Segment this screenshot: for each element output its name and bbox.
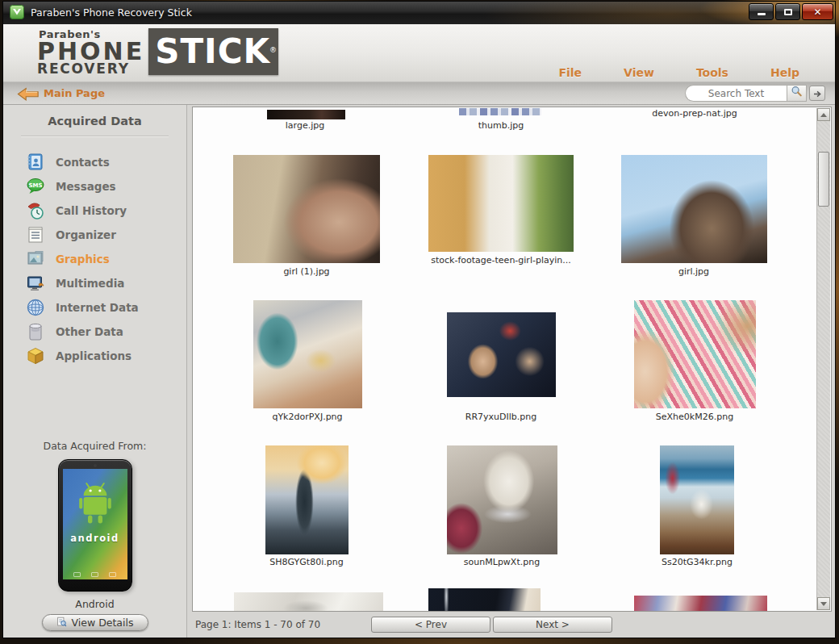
filename-label: large.jpg — [286, 120, 324, 131]
sidebar-item-call-history[interactable]: Call History — [3, 199, 186, 223]
arrow-down-icon — [820, 602, 827, 606]
filename-label: SeXhe0kM26.png — [656, 412, 733, 422]
arrow-up-icon — [820, 113, 827, 117]
organizer-icon — [26, 225, 45, 245]
content-area: large.jpg thumb.jpg devon-prep-nat.jpg g… — [187, 105, 835, 638]
device-heading: Data Acquired From: — [44, 440, 147, 452]
thumbnail-partial-2[interactable] — [428, 588, 541, 612]
sidebar-item-internet-data[interactable]: Internet Data — [3, 295, 186, 320]
logo-stick: STICK® — [148, 28, 278, 75]
window-title: Paraben's Phone Recovery Stick — [31, 2, 192, 24]
search-area — [685, 85, 825, 102]
window-controls: ✕ — [749, 3, 833, 20]
sidebar-header: Acquired Data — [3, 115, 186, 128]
filename-label: sounMLpwXt.png — [464, 557, 540, 567]
contacts-icon — [26, 153, 45, 172]
thumbnail-partial-1[interactable] — [234, 592, 383, 612]
filename-label: qYk2dorPXJ.png — [272, 412, 342, 422]
sidebar-item-messages[interactable]: SMS Messages — [3, 174, 186, 199]
scroll-up-button[interactable] — [817, 108, 830, 121]
maximize-button[interactable] — [775, 3, 800, 20]
menu-file[interactable]: File — [558, 66, 582, 79]
thumbnail-qyk2dorpxj[interactable] — [253, 300, 362, 408]
thumbnail-sounmlpwxt[interactable] — [447, 445, 557, 554]
thumbnail-stock-footage[interactable] — [428, 155, 574, 252]
close-icon: ✕ — [813, 7, 821, 17]
call-history-icon — [26, 201, 45, 220]
thumbnail-large-jpg[interactable] — [267, 110, 345, 119]
close-button[interactable]: ✕ — [802, 3, 833, 20]
back-arrow-icon[interactable] — [17, 86, 40, 105]
android-wordmark: android — [70, 533, 119, 544]
menu-view[interactable]: View — [624, 66, 654, 79]
search-icon — [791, 86, 803, 101]
filename-label: RR7yxuDIlb.png — [465, 412, 536, 422]
filename-label: stock-footage-teen-girl-playin... — [431, 255, 570, 266]
phone-nav-keys — [63, 572, 127, 577]
search-go-button[interactable] — [809, 86, 825, 101]
filename-label: thumb.jpg — [478, 120, 524, 131]
filename-label: Ss20tG34kr.png — [662, 557, 733, 567]
scrollbar-thumb[interactable] — [818, 152, 829, 207]
registered-mark: ® — [269, 30, 278, 70]
maximize-icon — [784, 9, 792, 15]
sidebar-item-contacts[interactable]: Contacts — [3, 150, 186, 174]
thumbnail-partial-3[interactable] — [634, 596, 767, 612]
thumbnail-girl-1-jpg[interactable] — [233, 155, 380, 263]
thumbnail-sexhe0km26[interactable] — [634, 300, 756, 408]
menu-tools[interactable]: Tools — [696, 66, 728, 79]
sidebar-item-multimedia[interactable]: Multimedia — [3, 271, 186, 295]
sidebar-item-other-data[interactable]: Other Data — [3, 320, 186, 344]
filename-label: SH8GYGt80i.png — [269, 557, 343, 567]
sidebar-item-graphics[interactable]: Graphics — [3, 247, 186, 271]
multimedia-icon — [26, 274, 45, 293]
search-input[interactable] — [686, 88, 787, 99]
logo-phone: PHONE — [37, 40, 144, 62]
phone-screen: android — [63, 469, 127, 579]
arrow-right-icon — [813, 86, 822, 101]
gallery-panel: large.jpg thumb.jpg devon-prep-nat.jpg g… — [192, 107, 832, 612]
sidebar-item-applications[interactable]: Applications — [3, 344, 186, 368]
graphics-icon — [26, 249, 45, 269]
device-name: Android — [75, 598, 114, 610]
filename-label: girl.jpg — [678, 266, 709, 277]
device-panel: Data Acquired From: — [3, 440, 186, 638]
thumbnail-sh8gygt80i[interactable] — [265, 445, 349, 554]
menu-help[interactable]: Help — [770, 66, 799, 79]
search-button[interactable] — [787, 85, 807, 102]
view-details-icon — [56, 617, 67, 629]
status-bar: Page 1: Items 1 - 70 of 70 < Prev Next > — [187, 613, 835, 637]
filename-label: girl (1).jpg — [283, 266, 329, 277]
next-button[interactable]: Next > — [493, 617, 612, 633]
minimize-button[interactable] — [749, 3, 774, 20]
svg-text:SMS: SMS — [28, 182, 42, 189]
page-info: Page 1: Items 1 - 70 of 70 — [195, 619, 320, 630]
phone-camera-dot — [94, 464, 97, 467]
sidebar: Acquired Data Contacts SMS Messages — [3, 105, 187, 638]
breadcrumb[interactable]: Main Page — [44, 87, 105, 99]
prev-button[interactable]: < Prev — [371, 617, 490, 633]
divider — [21, 136, 169, 137]
desktop-background: Paraben's Phone Recovery Stick ✕ Paraben… — [0, 0, 839, 644]
vertical-scrollbar[interactable] — [816, 108, 830, 610]
thumbnail-ss20tg34kr[interactable] — [660, 445, 734, 554]
internet-data-icon — [26, 298, 45, 317]
main-area: Acquired Data Contacts SMS Messages — [3, 105, 835, 638]
titlebar[interactable]: Paraben's Phone Recovery Stick ✕ — [3, 2, 835, 24]
android-phone-image: android — [58, 459, 132, 592]
product-logo: Paraben's PHONE RECOVERY STICK® — [37, 28, 278, 75]
pagination-buttons: < Prev Next > — [371, 617, 612, 633]
app-header: Paraben's PHONE RECOVERY STICK® File Vie… — [3, 24, 835, 82]
app-logo-icon — [10, 5, 24, 19]
other-data-icon — [26, 322, 45, 341]
view-details-button[interactable]: View Details — [42, 614, 148, 631]
logo-recovery: RECOVERY — [37, 62, 144, 75]
scroll-down-button[interactable] — [817, 597, 830, 610]
messages-icon: SMS — [26, 177, 45, 196]
sidebar-list: Contacts SMS Messages Call History — [3, 150, 186, 368]
thumbnail-thumb-jpg[interactable] — [459, 108, 541, 115]
thumbnail-rr7yxudilb[interactable] — [447, 312, 556, 397]
thumbnail-girl-jpg[interactable] — [621, 155, 767, 263]
sidebar-item-organizer[interactable]: Organizer — [3, 223, 186, 247]
filename-label: devon-prep-nat.jpg — [652, 108, 737, 119]
